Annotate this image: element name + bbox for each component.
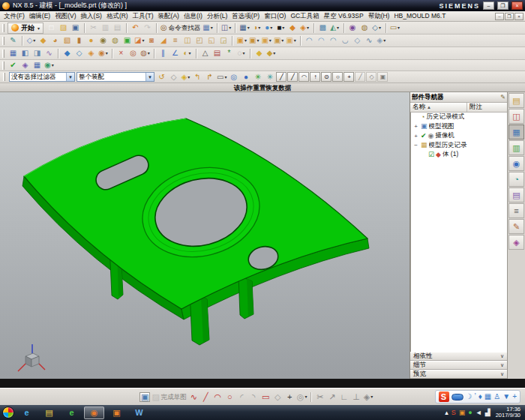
- snap-point-on-face-button[interactable]: ◇: [366, 72, 376, 82]
- section-view-button[interactable]: ◭▾: [329, 22, 340, 34]
- tree-row-model-history[interactable]: −▦模型历史记录: [411, 141, 507, 151]
- menu-item-3[interactable]: 插入(S): [79, 12, 104, 21]
- shell-button[interactable]: ◙: [146, 35, 157, 46]
- wcs-triad[interactable]: [18, 344, 45, 371]
- swept-button[interactable]: ◠: [328, 35, 339, 46]
- undo-button[interactable]: ↶: [130, 22, 141, 34]
- shaded-select-button[interactable]: ●: [240, 71, 251, 82]
- selection-filter-arrow-icon[interactable]: ▼: [66, 73, 74, 81]
- offset-curve-dropdown-icon[interactable]: ▾: [304, 394, 307, 399]
- geometric-properties-dropdown-icon[interactable]: ▾: [189, 51, 191, 56]
- bridge-surface-dropdown-icon[interactable]: ▾: [294, 38, 296, 43]
- menu-item-9[interactable]: 首选项(P): [230, 12, 262, 21]
- pattern-feature-button[interactable]: ▦: [8, 48, 19, 59]
- snap-existing-point-button[interactable]: +: [344, 72, 354, 82]
- chamfer-curve-button[interactable]: ◝: [248, 392, 260, 403]
- start-button[interactable]: 开始 ▾: [8, 22, 44, 34]
- ime-punctuation-icon[interactable]: ’: [474, 393, 476, 400]
- through-curve-mesh-button[interactable]: ◠: [316, 35, 327, 46]
- menu-item-4[interactable]: 格式(R): [104, 12, 130, 21]
- chamfer-button[interactable]: ▣▾: [248, 35, 260, 46]
- graphics-viewport[interactable]: [0, 92, 410, 379]
- manufacturing-wizard-tab[interactable]: ≡: [508, 203, 524, 218]
- composite-curve-button[interactable]: ∿: [44, 48, 55, 59]
- ime-skin-icon[interactable]: ▼: [502, 393, 510, 400]
- open-file-button[interactable]: ▨: [58, 22, 69, 34]
- point-button[interactable]: +: [284, 392, 296, 403]
- arc-button[interactable]: ◠: [212, 392, 224, 403]
- toolbar-grip[interactable]: [2, 62, 4, 70]
- through-curves-button[interactable]: ◠: [304, 35, 315, 46]
- sketch-more-button[interactable]: ◈▾: [362, 392, 374, 403]
- sketch-button[interactable]: ✎: [8, 35, 19, 46]
- ime-toolbox-icon[interactable]: +: [512, 393, 517, 400]
- face-blend-button[interactable]: ▣▾: [260, 35, 272, 46]
- new-file-button[interactable]: □: [46, 22, 57, 34]
- variational-sweep-button[interactable]: ∿: [364, 35, 375, 46]
- window-layout-dropdown-icon[interactable]: ▾: [211, 26, 213, 30]
- tree-row-body-1[interactable]: ☑◆体 (1): [411, 150, 507, 160]
- fillet-button[interactable]: ◜: [236, 392, 248, 403]
- thicken-button[interactable]: ≡: [170, 35, 181, 46]
- window-layout-button[interactable]: ▦▾: [202, 22, 213, 34]
- minimize-button[interactable]: –: [483, 2, 494, 10]
- orient-view-iso-dropdown-icon[interactable]: ▾: [307, 26, 309, 30]
- menu-item-7[interactable]: 信息(I): [182, 12, 205, 21]
- toolbar-grip[interactable]: [2, 37, 4, 45]
- measure-distance-button[interactable]: ∥: [158, 48, 169, 59]
- ime-mode-pill-icon[interactable]: [452, 394, 464, 400]
- patch-button[interactable]: ◱: [206, 35, 217, 46]
- orient-view-trimetric-button[interactable]: ◆: [287, 22, 298, 34]
- part-filter-dropdown-icon[interactable]: ▾: [379, 26, 381, 30]
- paste-button[interactable]: ▤: [112, 22, 123, 34]
- chamfer-dropdown-icon[interactable]: ▾: [256, 38, 259, 43]
- snap-intersection-button[interactable]: ↑: [310, 72, 320, 82]
- menu-item-0[interactable]: 文件(F): [2, 12, 27, 21]
- rectangle-select-dropdown-icon[interactable]: ▾: [224, 75, 226, 80]
- menu-item-12[interactable]: 星空 V6.93SP: [322, 12, 366, 21]
- roles-tab[interactable]: ✎: [508, 219, 524, 234]
- ime-voice-icon[interactable]: ♦: [478, 393, 482, 400]
- unite-button[interactable]: ▣: [122, 35, 133, 46]
- save-button[interactable]: ▣: [70, 22, 81, 34]
- gc-modeling-tool-button[interactable]: ◈: [20, 60, 31, 71]
- tree-row-cameras[interactable]: +✔◉摄像机: [411, 131, 507, 141]
- gc-table-tool-button[interactable]: ▦: [32, 60, 43, 71]
- snap-arc-center-button[interactable]: ⊙: [321, 72, 332, 82]
- deviation-gauge-button[interactable]: △: [200, 48, 211, 59]
- shaded-with-edges-button[interactable]: ◑▾: [251, 22, 262, 34]
- cleanup-options-button[interactable]: ◌▾: [236, 48, 247, 59]
- shaded-with-edges-dropdown-icon[interactable]: ▾: [258, 26, 260, 30]
- orient-view-iso-button[interactable]: ◈▾: [299, 22, 310, 34]
- studio-surface-button[interactable]: ◇: [352, 35, 363, 46]
- edge-blend-dropdown-icon[interactable]: ▾: [244, 38, 247, 43]
- hole-button[interactable]: ◉: [98, 35, 109, 46]
- mold-tool-cavity-button[interactable]: ◆: [254, 48, 265, 59]
- expressions-button[interactable]: *: [224, 48, 235, 59]
- ime-account-icon[interactable]: ♙: [494, 393, 500, 400]
- measure-toolbar-dropdown-icon[interactable]: ▾: [398, 26, 400, 30]
- mirror-feature-button[interactable]: ◧: [20, 48, 31, 59]
- mdi-minimize-button[interactable]: –: [495, 13, 504, 20]
- mdi-restore-button[interactable]: ❐: [505, 13, 514, 20]
- redo-button[interactable]: ↷: [142, 22, 153, 34]
- panel-pin-icon[interactable]: ✎: [500, 94, 506, 100]
- sketch-more-dropdown-icon[interactable]: ▾: [370, 394, 373, 399]
- display-mode-button[interactable]: ◫▾: [220, 22, 232, 34]
- cleanup-options-dropdown-icon[interactable]: ▾: [242, 51, 244, 56]
- synchronous-more-dropdown-icon[interactable]: ▾: [148, 51, 150, 56]
- snap-quadrant-button[interactable]: ○: [332, 72, 343, 82]
- face-blend-dropdown-icon[interactable]: ▾: [269, 38, 272, 43]
- snap-point-options-dropdown-icon[interactable]: ▾: [188, 75, 190, 80]
- snap-bounded-grid-button[interactable]: ▣: [377, 72, 388, 82]
- rectangle-select-button[interactable]: ▭▾: [216, 71, 227, 82]
- circle-button[interactable]: ○: [224, 392, 236, 403]
- reuse-library-tab[interactable]: ▥: [508, 140, 524, 155]
- mold-tool-core-button[interactable]: ◆▾: [266, 48, 277, 59]
- web-browser-tab[interactable]: ◉: [508, 156, 524, 171]
- previous-selection-button[interactable]: ↰: [192, 71, 203, 82]
- quick-trim-button[interactable]: ✂: [314, 392, 326, 403]
- sketch-environment-button[interactable]: ▣: [140, 392, 150, 402]
- edge-blend-button[interactable]: ▣▾: [236, 35, 247, 46]
- measure-angle-button[interactable]: ∠: [170, 48, 181, 59]
